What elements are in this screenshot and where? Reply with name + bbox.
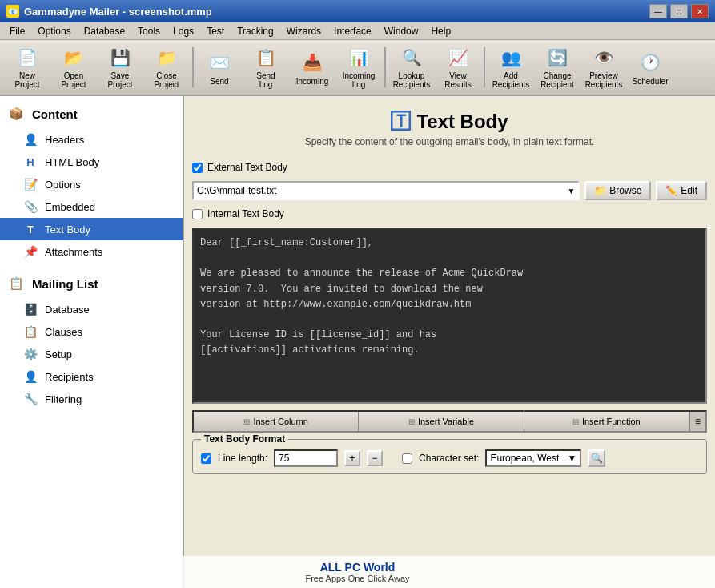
sidebar-item-recipients[interactable]: 👤 Recipients [0,365,183,388]
main-layout: 📦 Content 👤 Headers H HTML Body 📝 Option… [0,96,715,588]
toolbar-separator-1 [192,47,194,87]
insert-function-icon: ⊞ [572,417,579,426]
preview-recipients-icon: 👁️ [591,46,617,70]
sidebar-item-text-body[interactable]: T Text Body [0,218,183,240]
menu-test[interactable]: Test [200,24,231,38]
external-text-body-checkbox[interactable] [192,163,203,173]
line-length-increase-button[interactable]: + [344,450,360,466]
line-length-input[interactable] [274,449,338,467]
char-set-search-button[interactable]: 🔍 [588,449,605,467]
incoming-log-button[interactable]: 📊 IncomingLog [336,43,381,91]
title-bar: 📧 Gammadyne Mailer - screenshot.mmp — □ … [0,0,715,22]
char-set-dropdown[interactable]: European, West ▼ [485,449,581,467]
view-results-button[interactable]: 📈 ViewResults [436,43,480,91]
internal-text-body-checkbox[interactable] [192,209,203,219]
content-area: 🅃 Text Body Specify the content of the o… [184,96,715,588]
incoming-button[interactable]: 📥 Incoming [290,43,335,91]
database-icon: 🗄️ [22,301,38,317]
send-log-button[interactable]: 📋 SendLog [243,43,288,91]
add-recipients-button[interactable]: 👥 AddRecipients [488,43,533,91]
send-button[interactable]: ✉️ Send [197,43,242,91]
insert-variable-label: Insert Variable [418,417,474,426]
toolbar-separator-3 [484,47,485,87]
incoming-icon: 📥 [299,50,325,75]
menu-tools[interactable]: Tools [131,24,167,38]
sidebar-item-clauses[interactable]: 📋 Clauses [0,320,183,343]
options-icon: 📝 [22,176,38,192]
form-section: External Text Body C:\G\mmail-test.txt ▼… [192,160,707,474]
open-project-button[interactable]: 📂 OpenProject [51,43,96,91]
external-text-body-label[interactable]: External Text Body [207,162,287,173]
text-body-icon: T [22,221,38,237]
editor-content: Dear [[_first_name:Customer]], We are pl… [200,236,699,359]
change-recipient-icon: 🔄 [544,46,570,70]
new-project-icon: 📄 [14,46,40,70]
app-icon: 📧 [6,5,19,18]
send-icon: ✉️ [207,50,232,75]
sidebar-item-embedded[interactable]: 📎 Embedded [0,195,183,218]
format-section: Text Body Format Line length: + − Charac… [192,439,707,474]
internal-text-body-label[interactable]: Internal Text Body [207,208,284,219]
close-project-icon: 📁 [154,46,179,70]
sidebar-section-content: 📦 Content [0,99,183,128]
char-set-value: European, West [490,453,559,464]
menu-options[interactable]: Options [31,24,77,38]
line-length-checkbox[interactable] [201,453,211,464]
internal-text-body-row: Internal Text Body [192,207,707,221]
close-project-button[interactable]: 📁 CloseProject [144,43,189,91]
recipients-icon: 👤 [22,369,38,385]
edit-button[interactable]: ✏️ Edit [656,181,707,200]
menu-window[interactable]: Window [378,24,425,38]
insert-column-button[interactable]: ⊞ Insert Column [194,412,359,431]
menu-bar: File Options Database Tools Logs Test Tr… [0,22,715,40]
preview-recipients-button[interactable]: 👁️ PreviewRecipients [581,43,626,91]
insert-variable-button[interactable]: ⊞ Insert Variable [359,412,524,431]
menu-logs[interactable]: Logs [167,24,200,38]
menu-help[interactable]: Help [424,24,457,38]
menu-database[interactable]: Database [78,24,131,38]
insert-function-button[interactable]: ⊞ Insert Function [524,412,689,431]
char-set-label[interactable]: Character set: [419,453,479,464]
menu-interface[interactable]: Interface [327,24,378,38]
change-recipient-button[interactable]: 🔄 ChangeRecipient [535,43,580,91]
clauses-icon: 📋 [22,324,38,340]
new-project-button[interactable]: 📄 NewProject [5,43,50,91]
edit-label: Edit [681,185,697,196]
maximize-button[interactable]: □ [670,4,688,18]
send-log-icon: 📋 [253,46,279,70]
menu-file[interactable]: File [3,24,31,38]
scheduler-button[interactable]: 🕐 Scheduler [628,43,673,91]
file-path-row: C:\G\mmail-test.txt ▼ 📁 Browse ✏️ Edit [192,181,707,200]
sidebar-item-database[interactable]: 🗄️ Database [0,298,183,320]
sidebar-item-setup[interactable]: ⚙️ Setup [0,343,183,365]
save-project-icon: 💾 [107,46,133,70]
sidebar-item-headers[interactable]: 👤 Headers [0,128,183,151]
sidebar-item-filtering[interactable]: 🔧 Filtering [0,388,183,410]
add-recipients-icon: 👥 [498,46,524,70]
window-title: Gammadyne Mailer - screenshot.mmp [24,6,212,18]
browse-label: Browse [609,185,641,196]
watermark-tagline: Free Apps One Click Away [305,574,409,583]
sidebar-item-attachments[interactable]: 📌 Attachments [0,240,183,263]
minimize-button[interactable]: — [649,4,667,18]
sidebar-item-html-body[interactable]: H HTML Body [0,151,183,173]
char-set-checkbox[interactable] [402,453,412,464]
save-project-button[interactable]: 💾 SaveProject [98,43,143,91]
close-button[interactable]: ✕ [691,4,709,18]
content-section-icon: 📦 [6,104,26,123]
menu-tracking[interactable]: Tracking [231,24,280,38]
insert-extra-button[interactable]: ≡ [689,412,705,431]
line-length-label[interactable]: Line length: [218,453,267,464]
html-body-icon: H [22,154,38,170]
sidebar-item-options[interactable]: 📝 Options [0,173,183,195]
text-editor[interactable]: Dear [[_first_name:Customer]], We are pl… [192,228,707,404]
browse-button[interactable]: 📁 Browse [584,181,651,200]
menu-wizards[interactable]: Wizards [280,24,327,38]
embedded-icon: 📎 [22,199,38,215]
file-path-dropdown[interactable]: C:\G\mmail-test.txt ▼ [192,181,580,200]
lookup-recipients-button[interactable]: 🔍 LookupRecipients [389,43,434,91]
toolbar-separator-2 [384,47,386,87]
format-legend: Text Body Format [201,433,288,445]
insert-column-icon: ⊞ [243,417,250,426]
line-length-decrease-button[interactable]: − [367,450,383,466]
